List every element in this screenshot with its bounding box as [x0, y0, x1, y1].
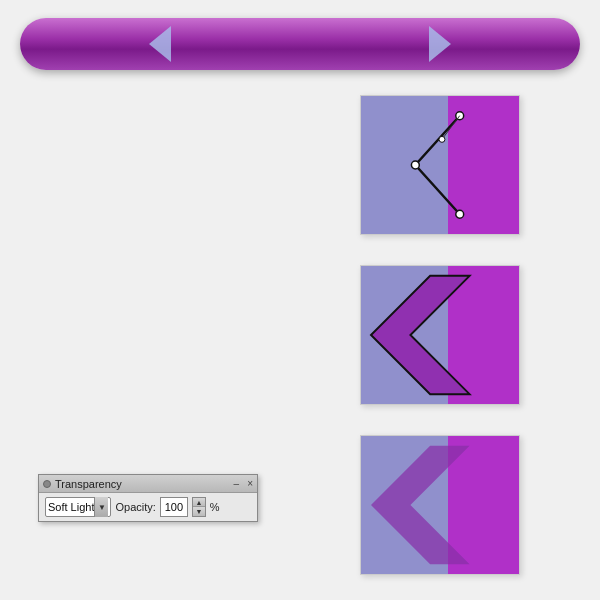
arrow-right-icon	[429, 26, 451, 62]
preview-card-3	[360, 435, 520, 575]
arrow-left-icon	[149, 26, 171, 62]
chevron-down-icon: ▼	[98, 503, 106, 512]
svg-line-3	[442, 116, 460, 140]
svg-point-4	[439, 136, 445, 142]
opacity-decrement-button[interactable]: ▼	[193, 507, 205, 516]
preview-card-1	[360, 95, 520, 235]
card3-chevron-svg	[361, 436, 519, 574]
preview-card-2	[360, 265, 520, 405]
panel-title-left: Transparency	[43, 478, 122, 490]
opacity-increment-button[interactable]: ▲	[193, 498, 205, 507]
panel-icon-dot	[43, 480, 51, 488]
panel-close-button[interactable]: ×	[247, 478, 253, 489]
panel-title-text: Transparency	[55, 478, 122, 490]
card1-path-svg	[361, 96, 519, 234]
blend-mode-select[interactable]: Soft Light ▼	[45, 497, 111, 517]
svg-point-1	[411, 161, 419, 169]
panel-minimize-button[interactable]: –	[234, 478, 240, 489]
opacity-stepper[interactable]: ▲ ▼	[192, 497, 206, 517]
opacity-number: 100	[165, 501, 183, 513]
svg-point-0	[456, 112, 464, 120]
panel-titlebar: Transparency – ×	[39, 475, 257, 493]
blend-mode-dropdown-arrow[interactable]: ▼	[94, 497, 108, 517]
pill-bar	[20, 18, 580, 70]
opacity-label: Opacity:	[115, 501, 155, 513]
opacity-value-field[interactable]: 100	[160, 497, 188, 517]
card2-chevron-svg	[361, 266, 519, 404]
panel-body: Soft Light ▼ Opacity: 100 ▲ ▼ %	[39, 493, 257, 521]
percent-label: %	[210, 501, 220, 513]
blend-mode-value: Soft Light	[48, 501, 94, 513]
svg-point-2	[456, 210, 464, 218]
transparency-panel: Transparency – × Soft Light ▼ Opacity: 1…	[38, 474, 258, 522]
